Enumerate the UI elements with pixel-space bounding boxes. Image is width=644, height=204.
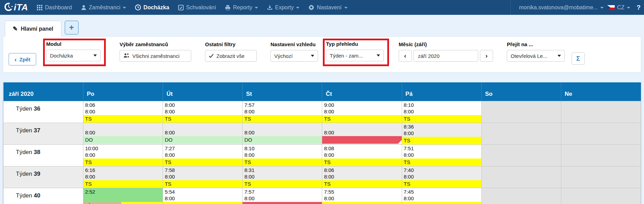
month-navigator: ‹ září 2020 › <box>399 50 493 62</box>
filter-label-vyber-zamestnancu: Výběr zaměstnanců <box>120 41 191 47</box>
nav-item-zamestnanci[interactable]: Zaměstnanci <box>81 4 126 11</box>
logo-text: iTA <box>14 2 28 13</box>
check-icon <box>209 53 214 59</box>
day-cell-st-tyden-38[interactable]: 8:108:00TS <box>243 144 322 166</box>
day-cell-ne-tyden-38[interactable] <box>561 144 641 166</box>
printer-icon <box>225 5 231 10</box>
chevron-down-icon <box>627 7 630 9</box>
day-cell-ne-tyden-40[interactable] <box>561 188 641 204</box>
back-button[interactable]: ‹ Zpět <box>9 53 36 65</box>
day-header-ne: Ne <box>561 82 641 101</box>
day-cell-út-tyden-36[interactable]: 8:008:00TS <box>163 101 243 123</box>
day-cell-čt-tyden-38[interactable]: 8:088:00TS <box>322 144 402 166</box>
day-cell-so-tyden-40[interactable] <box>481 188 561 204</box>
nav-item-nastaveni[interactable]: Nastavení <box>308 4 347 11</box>
worked-vs-planned-times: 8:00 <box>83 129 163 136</box>
worked-vs-planned-times: 8:00 <box>243 129 322 136</box>
week-label: Týden 36 <box>3 101 83 123</box>
day-header-út: Út <box>163 82 243 101</box>
worked-vs-planned-times: 7:588:00 <box>163 166 242 180</box>
language-menu[interactable]: CZ <box>607 4 630 11</box>
nav-item-schvalovani[interactable]: Schvalování <box>178 4 216 11</box>
day-cell-út-tyden-38[interactable]: 7:278:00TS <box>163 144 243 166</box>
day-cell-čt-tyden-39[interactable]: 8:068:00TS <box>322 166 402 188</box>
status-bar-red <box>243 202 322 204</box>
day-header-st: St <box>243 82 322 101</box>
overview-type-select[interactable]: Týden - zam... <box>326 50 384 61</box>
worked-vs-planned-times: 7:558:00 <box>322 188 401 202</box>
filter-label-prejit-na: Přejít na ... <box>507 41 565 47</box>
status-bar-ts: TS <box>322 159 401 166</box>
day-header-po: Po <box>83 82 163 101</box>
nav-item-reporty[interactable]: Reporty <box>225 4 258 11</box>
day-header-so: So <box>481 82 561 101</box>
help-icon[interactable]: ? <box>636 4 641 11</box>
user-menu[interactable]: monika.svatonova@mobatime... <box>519 4 604 11</box>
day-cell-so-tyden-36[interactable] <box>481 101 561 123</box>
chevron-down-icon <box>255 7 258 9</box>
status-bar-ts: TS <box>322 202 401 204</box>
day-cell-so-tyden-38[interactable] <box>481 144 561 166</box>
table-title-mesic: září 2020 <box>3 82 83 101</box>
other-filters-button[interactable]: Zobrazit vše <box>205 50 257 62</box>
nav-item-dochazka[interactable]: Docházka <box>135 4 169 11</box>
day-cell-po-tyden-36[interactable]: 8:068:00TS <box>83 101 163 123</box>
modul-select[interactable]: Docházka <box>46 50 101 61</box>
app-logo[interactable]: iTA <box>4 2 28 13</box>
day-cell-st-tyden-36[interactable]: 7:578:00TS <box>243 101 322 123</box>
day-cell-po-tyden-38[interactable]: 10:008:00TS <box>83 144 163 166</box>
day-cell-ne-tyden-39[interactable] <box>561 166 641 188</box>
day-cell-po-tyden-40[interactable]: 2:52VÍTS <box>83 188 163 204</box>
status-bar-do: DO <box>83 136 163 144</box>
day-cell-pá-tyden-36[interactable]: 8:108:00TS <box>402 101 481 123</box>
day-cell-so-tyden-37[interactable] <box>481 123 561 144</box>
day-cell-po-tyden-39[interactable]: 6:168:00TS <box>83 166 163 188</box>
filter-label-typ-prehledu: Typ přehledu <box>326 41 384 47</box>
tab-bar: ✎ Hlavní panel + <box>0 15 644 36</box>
chevron-down-icon <box>558 55 561 57</box>
status-bar-ts: TS <box>163 159 242 166</box>
worked-vs-planned-times: 7:578:00 <box>243 101 322 115</box>
sum-button[interactable]: Σ <box>572 52 585 65</box>
status-bar-do: DO <box>243 136 322 144</box>
day-cell-pá-tyden-39[interactable]: 7:408:00TS <box>402 166 481 188</box>
nav-item-dashboard[interactable]: Dashboard <box>37 4 72 11</box>
employee-filter-button[interactable]: Všichni zaměstnanci <box>120 50 191 62</box>
attendance-table: září 2020PoÚtStČtPáSoNeTýden 368:068:00T… <box>3 82 641 204</box>
worked-vs-planned-times: 8:088:00 <box>322 145 401 159</box>
chevron-down-icon <box>311 55 314 57</box>
modul-value: Docházka <box>50 53 73 59</box>
day-cell-pá-tyden-40[interactable]: 7:458:00TS <box>402 188 481 204</box>
worked-vs-planned-times: 6:168:00 <box>83 166 163 180</box>
worked-vs-planned-times: 8:00 <box>163 129 242 136</box>
worked-vs-planned-times: 8:318:00 <box>243 166 322 180</box>
goto-employee-select[interactable]: Otevřelová Le... <box>507 50 565 62</box>
day-cell-st-tyden-37[interactable]: 8:00DO <box>243 123 322 144</box>
tab-hlavni-panel[interactable]: ✎ Hlavní panel <box>5 21 61 37</box>
month-prev-button[interactable]: ‹ <box>399 50 412 62</box>
worked-vs-planned-times: 8:068:00 <box>83 101 163 115</box>
month-next-button[interactable]: › <box>480 50 493 62</box>
month-input[interactable]: září 2020 <box>413 50 478 62</box>
day-cell-pá-tyden-38[interactable]: 7:518:00TS <box>402 144 481 166</box>
day-cell-st-tyden-40[interactable]: 7:578:00TS <box>243 188 322 204</box>
day-cell-čt-tyden-40[interactable]: 7:558:00TS <box>322 188 402 204</box>
nav-label: Nastavení <box>317 4 341 11</box>
day-cell-út-tyden-39[interactable]: 7:588:00TS <box>163 166 243 188</box>
annotation-box-modul: Modul Docházka <box>43 39 106 66</box>
day-cell-út-tyden-37[interactable]: 8:00DO <box>163 123 243 144</box>
czech-flag-icon <box>607 5 615 10</box>
day-cell-ne-tyden-36[interactable] <box>561 101 641 123</box>
day-cell-so-tyden-39[interactable] <box>481 166 561 188</box>
worked-vs-planned-times: 8:008:00 <box>163 101 242 115</box>
day-cell-pá-tyden-37[interactable]: 8:368:00TS <box>402 123 481 144</box>
day-cell-po-tyden-37[interactable]: 8:00DO <box>83 123 163 144</box>
day-cell-út-tyden-40[interactable]: 5:548:00TS <box>163 188 243 204</box>
add-tab-button[interactable]: + <box>65 21 79 34</box>
day-cell-ne-tyden-37[interactable] <box>561 123 641 144</box>
appearance-select[interactable]: Výchozí <box>270 50 318 62</box>
nav-item-exporty[interactable]: Exporty <box>267 4 299 11</box>
day-cell-čt-tyden-37[interactable]: 8:00 <box>322 123 402 144</box>
day-cell-st-tyden-39[interactable]: 8:318:00TS <box>243 166 322 188</box>
day-cell-čt-tyden-36[interactable]: 9:008:00TS <box>322 101 402 123</box>
